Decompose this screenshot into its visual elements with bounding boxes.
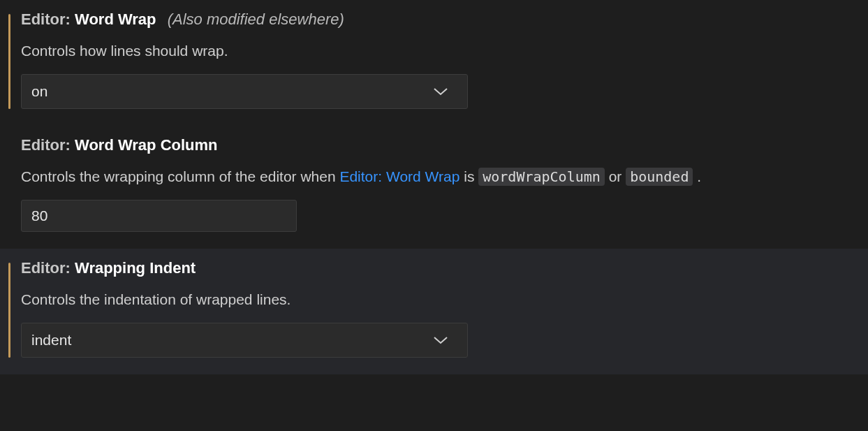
desc-text: .	[697, 168, 701, 184]
word-wrap-select-value: on	[31, 83, 47, 100]
settings-list: Editor: Word Wrap (Also modified elsewhe…	[0, 0, 868, 374]
setting-title: Editor: Wrapping Indent	[21, 258, 868, 279]
setting-name: Wrapping Indent	[75, 259, 196, 277]
word-wrap-select-wrap: on	[21, 74, 468, 109]
code-token: bounded	[626, 168, 693, 186]
desc-text: Controls the wrapping column of the edit…	[21, 168, 339, 184]
wrapping-indent-select-value: indent	[31, 332, 71, 349]
setting-word-wrap-column: Editor: Word Wrap Column Controls the wr…	[0, 126, 868, 249]
desc-text: is	[464, 168, 478, 184]
setting-word-wrap: Editor: Word Wrap (Also modified elsewhe…	[0, 0, 868, 126]
wrapping-indent-select[interactable]: indent	[21, 323, 468, 358]
setting-category: Editor:	[21, 136, 71, 154]
word-wrap-select[interactable]: on	[21, 74, 468, 109]
word-wrap-column-input[interactable]	[21, 200, 297, 232]
code-token: wordWrapColumn	[478, 168, 605, 186]
setting-category: Editor:	[21, 259, 71, 277]
setting-description: Controls the wrapping column of the edit…	[21, 166, 868, 188]
setting-title: Editor: Word Wrap (Also modified elsewhe…	[21, 10, 868, 30]
setting-name: Word Wrap Column	[75, 136, 218, 154]
setting-category: Editor:	[21, 10, 71, 28]
setting-wrapping-indent: Editor: Wrapping Indent Controls the ind…	[0, 249, 868, 374]
setting-modified-note: (Also modified elsewhere)	[168, 10, 344, 28]
setting-name: Word Wrap	[75, 10, 156, 28]
setting-description: Controls how lines should wrap.	[21, 40, 868, 62]
wrapping-indent-select-wrap: indent	[21, 323, 468, 358]
setting-title: Editor: Word Wrap Column	[21, 136, 868, 156]
editor-word-wrap-link[interactable]: Editor: Word Wrap	[339, 168, 459, 184]
setting-description: Controls the indentation of wrapped line…	[21, 288, 868, 311]
desc-text: or	[609, 168, 626, 184]
